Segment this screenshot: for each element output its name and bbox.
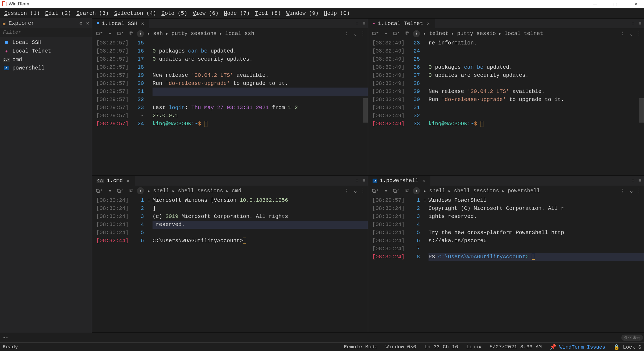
terminal-cmd[interactable]: [08:30:24]1⊟Microsoft Windows [Version 1… — [92, 196, 368, 333]
explorer-filter-input[interactable]: Filter — [0, 28, 92, 37]
menu-item-4[interactable]: Goto (5) — [159, 9, 189, 18]
sidebar-toggle-icon[interactable]: ▪▫ — [3, 335, 9, 340]
breadcrumb-item[interactable]: shell sessions — [454, 188, 499, 194]
info-icon[interactable]: i — [137, 30, 144, 37]
breadcrumb[interactable]: ▸telnet▸putty sessio▸local telnet — [422, 30, 619, 37]
line-number: 1 — [409, 196, 424, 204]
new-tab-icon[interactable]: ⧉⁺ — [94, 30, 105, 37]
nav-dropdown-icon[interactable]: ⌄ — [354, 187, 357, 194]
line-content: PS C:\Users\WDAGUtilityAccount> — [429, 253, 644, 261]
dup-tab-icon[interactable]: ⧉ — [404, 30, 411, 37]
more-icon[interactable]: ⋮ — [636, 187, 642, 194]
dropdown-icon[interactable]: ▾ — [107, 187, 113, 194]
more-icon[interactable]: ⋮ — [360, 187, 366, 194]
nav-forward-icon[interactable]: 〉 — [621, 187, 627, 194]
line-number: 6 — [409, 237, 424, 245]
new-tab-icon[interactable]: ⧉⁺ — [370, 30, 381, 37]
close-tab-icon[interactable]: ⧉ˣ — [391, 187, 402, 194]
menu-item-1[interactable]: Edit (2) — [43, 9, 73, 18]
explorer-item-pwsh[interactable]: ≥powershell — [0, 64, 92, 72]
menu-item-5[interactable]: View (6) — [190, 9, 221, 18]
tab-add-icon[interactable]: + — [355, 178, 359, 184]
breadcrumb-item[interactable]: shell — [153, 188, 169, 194]
tab-add-icon[interactable]: + — [355, 20, 359, 27]
menu-item-2[interactable]: Search (3) — [74, 9, 111, 18]
close-button[interactable]: ✕ — [629, 2, 642, 7]
status-issues-link[interactable]: WindTerm Issues — [559, 344, 605, 350]
tab-menu-icon[interactable]: ≡ — [638, 20, 642, 27]
breadcrumb[interactable]: ▸ssh▸putty sessions▸local ssh — [146, 30, 343, 37]
more-icon[interactable]: ⋮ — [636, 30, 642, 37]
terminal-ssh[interactable]: [08:29:57]15[08:29:57]160 packages can b… — [92, 39, 368, 175]
tab-close-icon[interactable]: ✕ — [140, 20, 145, 26]
explorer-item-cmd[interactable]: C:\cmd — [0, 55, 92, 64]
breadcrumb[interactable]: ▸shell▸shell sessions▸powershell — [422, 187, 619, 194]
new-tab-icon[interactable]: ⧉⁺ — [94, 187, 105, 194]
minimize-button[interactable]: — — [589, 2, 601, 7]
breadcrumb-item[interactable]: local telnet — [504, 30, 543, 37]
tab-menu-icon[interactable]: ≡ — [362, 20, 366, 27]
tab-telnet[interactable]: ✦1.Local Telnet✕ — [368, 19, 435, 28]
dropdown-icon[interactable]: ▾ — [383, 30, 389, 37]
explorer-close-icon[interactable]: ✕ — [86, 20, 89, 26]
breadcrumb-item[interactable]: shell — [429, 188, 445, 194]
breadcrumb-item[interactable]: putty sessio — [457, 30, 496, 37]
nav-dropdown-icon[interactable]: ⌄ — [354, 30, 357, 37]
breadcrumb-item[interactable]: powershell — [508, 188, 540, 194]
nav-dropdown-icon[interactable]: ⌄ — [630, 30, 633, 37]
fold-icon — [424, 245, 429, 253]
dup-tab-icon[interactable]: ⧉ — [404, 188, 411, 194]
close-tab-icon[interactable]: ⧉ˣ — [115, 187, 126, 194]
tab-add-icon[interactable]: + — [631, 20, 635, 27]
breadcrumb-item[interactable]: shell sessions — [178, 188, 223, 194]
line-number: 27 — [409, 71, 424, 79]
explorer-settings-icon[interactable]: ⚙ — [79, 20, 82, 26]
terminal-powershell[interactable]: [08:29:57]1⊟Windows PowerShell[08:30:24]… — [368, 196, 644, 333]
menu-item-3[interactable]: Selection (4) — [112, 9, 158, 18]
breadcrumb-item[interactable]: local ssh — [225, 30, 254, 37]
dup-tab-icon[interactable]: ⧉ — [128, 188, 135, 194]
menu-item-0[interactable]: Session (1) — [2, 9, 42, 18]
info-icon[interactable]: i — [413, 187, 420, 194]
fold-icon[interactable]: ⊟ — [424, 196, 429, 204]
breadcrumb-item[interactable]: ssh — [153, 30, 163, 37]
tab-close-icon[interactable]: ✕ — [426, 20, 431, 26]
nav-forward-icon[interactable]: 〉 — [621, 30, 627, 37]
menu-item-9[interactable]: Help (0) — [322, 9, 352, 18]
tab-cmd[interactable]: C:\1.cmd✕ — [92, 176, 135, 186]
scrollbar[interactable] — [363, 98, 368, 123]
new-tab-icon[interactable]: ⧉⁺ — [370, 187, 381, 194]
dup-tab-icon[interactable]: ⧉ — [128, 30, 135, 37]
menu-item-7[interactable]: Tool (8) — [253, 9, 283, 18]
breadcrumb-item[interactable]: telnet — [429, 30, 448, 37]
tab-close-icon[interactable]: ✕ — [126, 178, 131, 184]
nav-forward-icon[interactable]: 〉 — [345, 187, 351, 194]
menu-item-6[interactable]: Mode (7) — [222, 9, 252, 18]
tab-menu-icon[interactable]: ≡ — [362, 178, 366, 184]
tab-ssh[interactable]: ■1.Local SSH✕ — [92, 19, 149, 28]
breadcrumb-item[interactable]: cmd — [232, 188, 241, 194]
tab-add-icon[interactable]: + — [631, 178, 635, 184]
info-icon[interactable]: i — [137, 187, 144, 194]
info-icon[interactable]: i — [413, 30, 420, 37]
breadcrumb-item[interactable]: putty sessions — [171, 30, 217, 37]
nav-forward-icon[interactable]: 〉 — [345, 30, 351, 37]
scrollbar[interactable] — [639, 98, 644, 123]
maximize-button[interactable]: ▢ — [609, 2, 621, 7]
explorer-item-telnet[interactable]: ✦Local Telnet — [0, 47, 92, 55]
fold-icon[interactable]: ⊟ — [148, 196, 153, 204]
close-tab-icon[interactable]: ⧉ˣ — [115, 30, 126, 37]
menu-item-8[interactable]: Window (9) — [284, 9, 321, 18]
close-tab-icon[interactable]: ⧉ˣ — [391, 30, 402, 37]
terminal-telnet[interactable]: [08:32:49]23re information.[08:32:49]24[… — [368, 39, 644, 175]
nav-dropdown-icon[interactable]: ⌄ — [630, 187, 633, 194]
dropdown-icon[interactable]: ▾ — [107, 30, 113, 37]
breadcrumb[interactable]: ▸shell▸shell sessions▸cmd — [146, 187, 343, 194]
tab-close-icon[interactable]: ✕ — [421, 178, 426, 184]
more-icon[interactable]: ⋮ — [360, 30, 366, 37]
tab-menu-icon[interactable]: ≡ — [638, 178, 642, 184]
explorer-item-ssh[interactable]: ■Local SSH — [0, 38, 92, 47]
dropdown-icon[interactable]: ▾ — [383, 187, 389, 194]
status-time: 5/27/2021 8:33 AM — [490, 344, 542, 350]
tab-powershell[interactable]: ≥1.powershell✕ — [368, 176, 430, 186]
